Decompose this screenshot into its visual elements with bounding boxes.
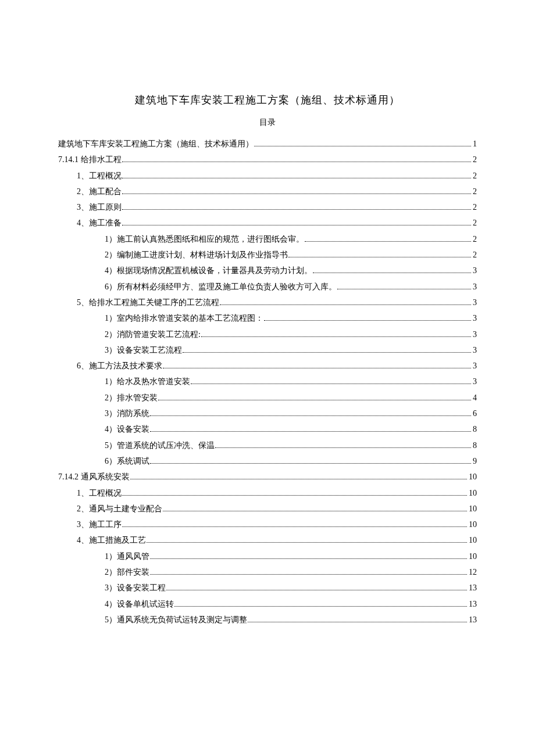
toc-leader-dots xyxy=(254,146,471,146)
toc-leader-dots xyxy=(122,209,471,210)
toc-entry-text: 4）设备单机试运转 xyxy=(105,596,174,612)
toc-entry-page: 2 xyxy=(473,215,477,231)
toc-entry-text: 7.14.2 通风系统安装 xyxy=(58,469,130,485)
toc-entry-page: 13 xyxy=(469,596,477,612)
toc-entry-text: 4）根据现场情况配置机械设备，计量器具及劳动力计划。 xyxy=(105,263,312,278)
toc-entry-text: 1）室内给排水管道安装的基本工艺流程图： xyxy=(105,310,263,326)
toc-entry-page: 10 xyxy=(469,501,477,517)
toc-entry: 5）通风系统无负荷试运转及测定与调整13 xyxy=(58,612,477,628)
toc-entry: 6）系统调试9 xyxy=(58,453,477,469)
toc-leader-dots xyxy=(248,622,467,622)
toc-leader-dots xyxy=(150,463,471,464)
toc-entry: 3）消防系统6 xyxy=(58,406,477,421)
toc-entry-text: 3、施工工序 xyxy=(77,517,122,532)
toc-entry-page: 3 xyxy=(473,279,477,295)
toc-entry-page: 2 xyxy=(473,168,477,184)
toc-leader-dots xyxy=(163,368,471,368)
toc-entry-text: 5、给排水工程施工关键工序的工艺流程 xyxy=(77,295,219,310)
toc-entry-text: 1、工程概况 xyxy=(77,485,122,501)
toc-entry-text: 4、施工准备 xyxy=(77,215,122,231)
toc-entry-text: 2）消防管道安装工艺流程: xyxy=(105,327,201,342)
toc-entry-page: 10 xyxy=(469,469,477,485)
toc-entry-text: 2）编制施工进度计划、材料进场计划及作业指导书 xyxy=(105,247,288,263)
toc-entry-page: 10 xyxy=(469,517,477,532)
toc-entry-text: 2、通风与土建专业配合 xyxy=(77,501,162,517)
toc-leader-dots xyxy=(150,558,467,559)
toc-entry-text: 1）施工前认真熟悉图纸和相应的规范，进行图纸会审。 xyxy=(105,231,304,247)
toc-entry-text: 3）设备安装工程 xyxy=(105,580,166,596)
toc-entry-page: 3 xyxy=(473,342,477,358)
toc-leader-dots xyxy=(220,304,471,305)
toc-entry: 5）管道系统的试压冲洗、保温8 xyxy=(58,438,477,453)
toc-entry-page: 4 xyxy=(473,390,477,406)
toc-entry: 6）所有材料必须经甲方、监理及施工单位负责人验收方可入库。3 xyxy=(58,279,477,295)
toc-leader-dots xyxy=(122,178,471,178)
toc-entry-text: 2）排水管安装 xyxy=(105,390,158,406)
toc-leader-dots xyxy=(122,526,467,527)
toc-leader-dots xyxy=(147,542,467,543)
toc-entry-text: 6）系统调试 xyxy=(105,453,149,469)
toc-leader-dots xyxy=(183,352,471,353)
toc-leader-dots xyxy=(215,447,471,448)
toc-leader-dots xyxy=(122,194,471,194)
toc-entry: 4）设备安装8 xyxy=(58,421,477,437)
toc-entry: 3）设备安装工艺流程3 xyxy=(58,342,477,358)
toc-entry-text: 1）给水及热水管道安装 xyxy=(105,374,190,389)
toc-entry-text: 7.14.1 给排水工程 xyxy=(58,152,122,167)
toc-entry: 3）设备安装工程13 xyxy=(58,580,477,596)
toc-entry-text: 3）消防系统 xyxy=(105,406,149,421)
toc-entry: 2）部件安装12 xyxy=(58,564,477,580)
toc-entry-text: 3）设备安装工艺流程 xyxy=(105,342,182,358)
toc-entry-text: 3、施工原则 xyxy=(77,199,122,215)
toc-entry: 4）根据现场情况配置机械设备，计量器具及劳动力计划。3 xyxy=(58,263,477,278)
toc-entry: 1）室内给排水管道安装的基本工艺流程图：3 xyxy=(58,310,477,326)
toc-leader-dots xyxy=(122,162,472,162)
toc-leader-dots xyxy=(163,511,467,511)
toc-entry: 4、施工措施及工艺10 xyxy=(58,532,477,548)
toc-entry: 4）设备单机试运转13 xyxy=(58,596,477,612)
toc-entry-text: 1、工程概况 xyxy=(77,168,122,184)
toc-entry: 2、施工配合2 xyxy=(58,184,477,199)
toc-entry-page: 3 xyxy=(473,327,477,342)
toc-entry: 1）通风风管10 xyxy=(58,549,477,564)
toc-entry-text: 4）设备安装 xyxy=(105,421,149,437)
toc-entry-page: 8 xyxy=(473,438,477,453)
toc-entry: 1、工程概况2 xyxy=(58,168,477,184)
toc-entry-page: 8 xyxy=(473,421,477,437)
toc-entry-page: 2 xyxy=(473,247,477,263)
toc-entry-text: 1）通风风管 xyxy=(105,549,149,564)
toc-entry-text: 2）部件安装 xyxy=(105,564,149,580)
toc-leader-dots xyxy=(313,273,471,273)
toc-entry-page: 13 xyxy=(469,580,477,596)
toc-entry-page: 2 xyxy=(473,199,477,215)
toc-entry: 6、施工方法及技术要求3 xyxy=(58,358,477,374)
toc-entry-page: 1 xyxy=(473,136,477,152)
toc-leader-dots xyxy=(288,257,471,257)
toc-leader-dots xyxy=(174,606,467,607)
toc-leader-dots xyxy=(337,289,471,289)
toc-entry-page: 13 xyxy=(469,612,477,628)
toc-entry-page: 3 xyxy=(473,358,477,374)
toc-leader-dots xyxy=(130,479,468,479)
toc-leader-dots xyxy=(150,574,467,575)
toc-entry-page: 9 xyxy=(473,453,477,469)
toc-entry: 1）施工前认真熟悉图纸和相应的规范，进行图纸会审。2 xyxy=(58,231,477,247)
toc-entry-page: 3 xyxy=(473,295,477,310)
toc-entry-page: 10 xyxy=(469,532,477,548)
toc-entry: 2）编制施工进度计划、材料进场计划及作业指导书2 xyxy=(58,247,477,263)
toc-entry-page: 10 xyxy=(469,549,477,564)
toc-entry: 4、施工准备2 xyxy=(58,215,477,231)
toc-entry-page: 6 xyxy=(473,406,477,421)
table-of-contents: 建筑地下车库安装工程施工方案（施组、技术标通用）17.14.1 给排水工程21、… xyxy=(58,136,477,628)
toc-leader-dots xyxy=(201,336,471,337)
toc-entry-text: 4、施工措施及工艺 xyxy=(77,532,146,548)
toc-leader-dots xyxy=(166,590,467,590)
toc-entry: 3、施工工序10 xyxy=(58,517,477,532)
toc-entry-text: 2、施工配合 xyxy=(77,184,122,199)
document-title: 建筑地下车库安装工程施工方案（施组、技术标通用） xyxy=(58,93,477,107)
toc-entry: 建筑地下车库安装工程施工方案（施组、技术标通用）1 xyxy=(58,136,477,152)
toc-leader-dots xyxy=(122,225,471,225)
toc-entry: 3、施工原则2 xyxy=(58,199,477,215)
toc-entry-text: 5）通风系统无负荷试运转及测定与调整 xyxy=(105,612,247,628)
toc-entry: 1）给水及热水管道安装3 xyxy=(58,374,477,389)
